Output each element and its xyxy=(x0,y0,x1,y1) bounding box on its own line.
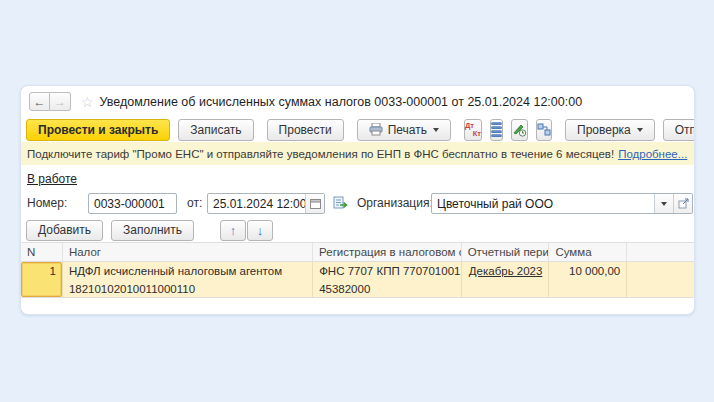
registration-name: ФНС 7707 КПП 770701001 (Об... xyxy=(313,262,461,280)
toolbar: Провести и закрыть Записать Провести Печ… xyxy=(26,118,689,141)
number-value: 0033-000001 xyxy=(89,197,176,211)
forward-button[interactable]: → xyxy=(50,92,71,111)
fill-from-button[interactable] xyxy=(333,196,348,213)
period-cell[interactable]: Декабрь 2023 xyxy=(462,262,550,297)
tax-cell[interactable]: НДФЛ исчисленный налоговым агентом 18210… xyxy=(63,262,313,297)
print-button[interactable]: Печать xyxy=(357,119,451,141)
check-button-label: Проверка xyxy=(577,123,631,137)
number-field[interactable]: 0033-000001 xyxy=(88,193,177,214)
structure-icon xyxy=(537,123,551,136)
tax-table: N Налог Регистрация в налоговом органе О… xyxy=(21,242,694,298)
document-window: ← → ☆ Уведомление об исчисленных суммах … xyxy=(20,85,695,315)
promo-more-link[interactable]: Подробнее... xyxy=(618,148,687,160)
desktop-background: { "colors": { "page_bg": "#e7f0fa", "acc… xyxy=(0,0,714,402)
structure-button[interactable] xyxy=(536,119,552,141)
organization-field[interactable]: Цветочный рай ООО xyxy=(431,193,693,214)
fill-button[interactable]: Заполнить xyxy=(111,220,194,241)
table-command-bar: Добавить Заполнить ↑ ↓ xyxy=(26,219,273,241)
amount-cell[interactable]: 10 000,00 xyxy=(549,262,627,297)
move-down-button[interactable]: ↓ xyxy=(247,220,273,241)
send-button[interactable]: Отправить xyxy=(663,119,695,141)
organization-value: Цветочный рай ООО xyxy=(432,197,654,211)
show-postings-button[interactable]: Дт Кт xyxy=(464,119,482,141)
open-link-icon xyxy=(678,198,689,209)
printer-icon xyxy=(369,123,383,136)
table-row[interactable]: 1 НДФЛ исчисленный налоговым агентом 182… xyxy=(21,262,694,298)
chevron-down-icon xyxy=(433,128,439,132)
favorites-star-icon[interactable]: ☆ xyxy=(81,94,94,110)
row-number-cell[interactable]: 1 xyxy=(21,262,63,297)
register-records-icon xyxy=(491,122,502,137)
forward-icon: → xyxy=(54,95,66,109)
table-header-row: N Налог Регистрация в налоговом органе О… xyxy=(21,242,694,262)
current-cell-highlight: 1 xyxy=(21,262,62,297)
trailing-cell xyxy=(627,262,694,297)
move-down-icon: ↓ xyxy=(257,223,264,238)
title-bar: ← → ☆ Уведомление об исчисленных суммах … xyxy=(29,91,686,112)
related-documents-button[interactable] xyxy=(511,119,528,141)
move-up-icon: ↑ xyxy=(230,223,237,238)
calendar-icon xyxy=(310,198,321,209)
move-buttons: ↑ ↓ xyxy=(220,220,273,241)
calendar-button[interactable] xyxy=(305,194,324,213)
date-field[interactable]: 25.01.2024 12:00:00 xyxy=(207,193,325,214)
fill-from-icon xyxy=(333,196,348,210)
from-label: от: xyxy=(187,196,202,210)
organization-dropdown-button[interactable] xyxy=(654,194,673,213)
header-cell-period[interactable]: Отчетный период xyxy=(462,243,550,261)
tax-kbk: 18210102010011000110 xyxy=(63,280,312,297)
back-icon: ← xyxy=(34,95,46,109)
dtkt-postings-icon: Дт Кт xyxy=(465,122,481,137)
post-and-close-button[interactable]: Провести и закрыть xyxy=(26,119,170,141)
organization-open-button[interactable] xyxy=(673,194,692,213)
chevron-down-icon xyxy=(637,128,643,132)
check-button[interactable]: Проверка xyxy=(565,119,655,141)
header-cell-tax[interactable]: Налог xyxy=(63,243,313,261)
related-documents-icon xyxy=(512,123,527,137)
add-row-button[interactable]: Добавить xyxy=(26,220,103,241)
period-link[interactable]: Декабрь 2023 xyxy=(469,265,543,277)
page-title: Уведомление об исчисленных суммах налого… xyxy=(100,95,583,109)
print-button-label: Печать xyxy=(388,123,427,137)
registration-cell[interactable]: ФНС 7707 КПП 770701001 (Об... 45382000 xyxy=(313,262,462,297)
status-link[interactable]: В работе xyxy=(27,172,77,186)
save-button[interactable]: Записать xyxy=(178,119,253,141)
form-row: Номер: 0033-000001 от: 25.01.2024 12:00:… xyxy=(27,193,688,214)
header-cell-registration[interactable]: Регистрация в налоговом органе xyxy=(313,243,462,261)
registration-oktmo: 45382000 xyxy=(313,280,461,297)
amount-value: 10 000,00 xyxy=(549,262,626,280)
post-button[interactable]: Провести xyxy=(267,119,344,141)
header-cell-empty xyxy=(627,243,694,261)
header-cell-amount[interactable]: Сумма xyxy=(549,243,627,261)
chevron-down-icon xyxy=(661,202,667,206)
header-cell-n[interactable]: N xyxy=(21,243,63,261)
tax-name: НДФЛ исчисленный налоговым агентом xyxy=(63,262,312,280)
number-label: Номер: xyxy=(27,196,67,210)
promo-banner-text: Подключите тариф "Промо ЕНС" и отправляй… xyxy=(27,148,614,160)
move-up-button[interactable]: ↑ xyxy=(220,220,246,241)
register-records-button[interactable] xyxy=(490,119,503,141)
back-button[interactable]: ← xyxy=(29,92,50,111)
promo-banner: Подключите тариф "Промо ЕНС" и отправляй… xyxy=(21,142,694,165)
date-value: 25.01.2024 12:00:00 xyxy=(208,197,305,211)
organization-label: Организация: xyxy=(357,196,433,210)
